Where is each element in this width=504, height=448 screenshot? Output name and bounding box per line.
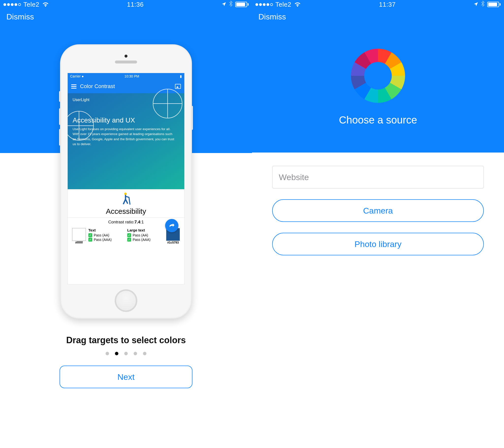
inner-battery-icon: ▮: [180, 74, 182, 78]
signal-dots-icon: [3, 3, 21, 6]
results-panel: Accessibility Contrast ratio:7.4:1 #ffff…: [68, 189, 184, 248]
text-aaa: Pass (AAA): [94, 238, 111, 242]
location-icon: [221, 1, 226, 8]
wifi-icon: [42, 2, 49, 7]
check-icon: ✓: [88, 233, 92, 237]
onboarding-screen: Tele2 11:36: [0, 0, 252, 448]
large-text-pass-column: Large text ✓Pass (AA) ✓Pass (AAA): [127, 228, 164, 242]
ratio-label: Contrast ratio:: [108, 220, 135, 224]
source-list: Website Camera Photo library: [252, 153, 504, 269]
text-pass-column: Text ✓Pass (AA) ✓Pass (AAA): [88, 228, 125, 242]
location-icon: [473, 1, 478, 8]
signal-dots-icon: [255, 3, 273, 6]
page-indicator[interactable]: [0, 352, 252, 355]
hamburger-icon[interactable]: [71, 84, 76, 89]
text-aa: Pass (AA): [94, 233, 109, 237]
photo-library-button[interactable]: Photo library: [272, 233, 484, 255]
share-button[interactable]: [165, 219, 179, 232]
website-placeholder: Website: [279, 172, 309, 182]
bluetooth-icon: [229, 0, 233, 9]
check-icon: ✓: [127, 233, 131, 237]
sample-content: UserLight Accessibility and UX UserLight…: [68, 93, 184, 189]
carrier-label: Tele2: [275, 1, 291, 8]
ratio-value: 7.4: [134, 220, 140, 224]
text-col-heading: Text: [88, 228, 125, 232]
inner-carrier: Carrier: [70, 74, 81, 78]
large-col-heading: Large text: [127, 228, 164, 232]
phone-speaker-icon: [115, 60, 137, 63]
results-heading: Accessibility: [72, 207, 180, 215]
page-title: Choose a source: [339, 114, 417, 126]
bg-hex: #1c5793: [167, 241, 179, 244]
header: Tele2 11:37: [252, 0, 504, 153]
color-wheel-icon: [351, 49, 405, 103]
status-bar: Tele2 11:36: [0, 0, 252, 9]
inner-status-bar: Carrier ● 10:30 PM ▮: [68, 73, 184, 79]
website-input[interactable]: Website: [272, 166, 484, 188]
check-icon: ✓: [127, 238, 131, 242]
camera-button[interactable]: Camera: [272, 199, 484, 222]
home-button-icon: [115, 289, 137, 312]
clock: 11:37: [379, 1, 396, 8]
status-bar: Tele2 11:37: [252, 0, 504, 9]
phone-camera-icon: [125, 55, 127, 57]
check-icon: ✓: [88, 238, 92, 242]
inner-nav-title: Color Contrast: [80, 83, 115, 90]
foreground-swatch[interactable]: #ffffff: [72, 228, 86, 244]
large-aa: Pass (AA): [133, 233, 148, 237]
next-button[interactable]: Next: [60, 366, 192, 388]
clock: 11:36: [127, 1, 144, 8]
ratio-suffix: :1: [140, 220, 144, 224]
wifi-icon: [294, 2, 301, 7]
large-aaa: Pass (AAA): [133, 238, 150, 242]
fg-hex: #ffffff: [75, 241, 83, 244]
choose-source-screen: Tele2 11:37: [252, 0, 504, 448]
battery-icon: [487, 2, 501, 7]
image-picker-icon[interactable]: [175, 84, 181, 89]
color-target-1[interactable]: [153, 89, 182, 118]
bluetooth-icon: [481, 0, 485, 9]
inner-clock: 10:30 PM: [125, 74, 139, 78]
dismiss-button[interactable]: Dismiss: [252, 9, 504, 29]
app-screenshot: Carrier ● 10:30 PM ▮ Color Contrast User…: [67, 73, 185, 284]
carrier-label: Tele2: [23, 1, 39, 8]
accessibility-icon: [72, 192, 180, 208]
battery-icon: [235, 2, 249, 7]
phone-mockup: Carrier ● 10:30 PM ▮ Color Contrast User…: [60, 44, 192, 319]
onboarding-caption: Drag targets to select colors: [0, 335, 252, 345]
dismiss-button[interactable]: Dismiss: [0, 9, 252, 29]
